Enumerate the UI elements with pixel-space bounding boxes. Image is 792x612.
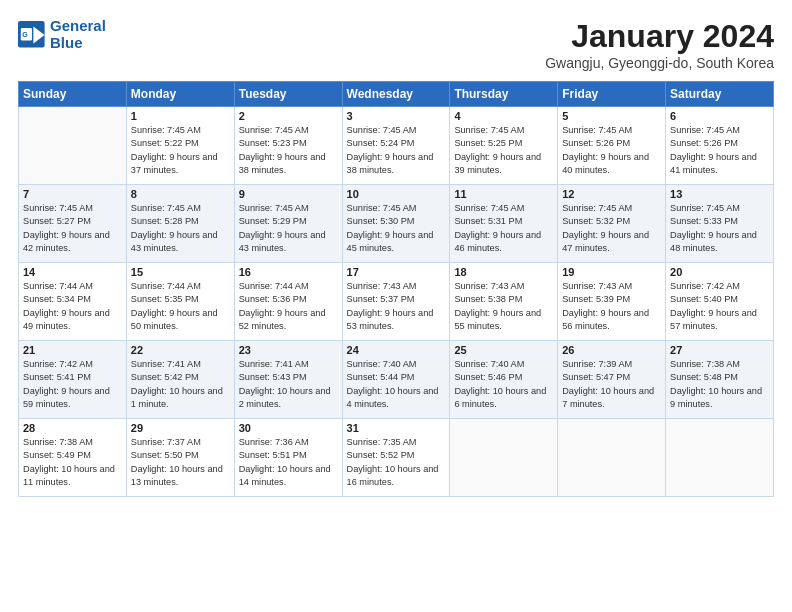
calendar-day-cell: 29Sunrise: 7:37 AM Sunset: 5:50 PM Dayli… <box>126 419 234 497</box>
day-detail: Sunrise: 7:45 AM Sunset: 5:33 PM Dayligh… <box>670 202 769 255</box>
calendar-day-cell: 1Sunrise: 7:45 AM Sunset: 5:22 PM Daylig… <box>126 107 234 185</box>
day-detail: Sunrise: 7:45 AM Sunset: 5:31 PM Dayligh… <box>454 202 553 255</box>
month-title: January 2024 <box>545 18 774 55</box>
day-number: 17 <box>347 266 446 278</box>
day-detail: Sunrise: 7:45 AM Sunset: 5:24 PM Dayligh… <box>347 124 446 177</box>
day-number: 2 <box>239 110 338 122</box>
day-detail: Sunrise: 7:42 AM Sunset: 5:40 PM Dayligh… <box>670 280 769 333</box>
day-detail: Sunrise: 7:39 AM Sunset: 5:47 PM Dayligh… <box>562 358 661 411</box>
calendar-day-cell: 10Sunrise: 7:45 AM Sunset: 5:30 PM Dayli… <box>342 185 450 263</box>
day-detail: Sunrise: 7:43 AM Sunset: 5:37 PM Dayligh… <box>347 280 446 333</box>
day-detail: Sunrise: 7:45 AM Sunset: 5:26 PM Dayligh… <box>562 124 661 177</box>
empty-day-cell <box>558 419 666 497</box>
calendar-day-cell: 15Sunrise: 7:44 AM Sunset: 5:35 PM Dayli… <box>126 263 234 341</box>
calendar-day-cell: 18Sunrise: 7:43 AM Sunset: 5:38 PM Dayli… <box>450 263 558 341</box>
day-number: 30 <box>239 422 338 434</box>
day-of-week-header: Tuesday <box>234 82 342 107</box>
day-number: 29 <box>131 422 230 434</box>
day-number: 26 <box>562 344 661 356</box>
day-detail: Sunrise: 7:45 AM Sunset: 5:28 PM Dayligh… <box>131 202 230 255</box>
day-number: 31 <box>347 422 446 434</box>
day-number: 11 <box>454 188 553 200</box>
day-detail: Sunrise: 7:42 AM Sunset: 5:41 PM Dayligh… <box>23 358 122 411</box>
day-number: 7 <box>23 188 122 200</box>
day-detail: Sunrise: 7:45 AM Sunset: 5:22 PM Dayligh… <box>131 124 230 177</box>
day-number: 28 <box>23 422 122 434</box>
day-detail: Sunrise: 7:40 AM Sunset: 5:46 PM Dayligh… <box>454 358 553 411</box>
day-detail: Sunrise: 7:45 AM Sunset: 5:30 PM Dayligh… <box>347 202 446 255</box>
day-detail: Sunrise: 7:45 AM Sunset: 5:29 PM Dayligh… <box>239 202 338 255</box>
day-detail: Sunrise: 7:38 AM Sunset: 5:49 PM Dayligh… <box>23 436 122 489</box>
day-number: 19 <box>562 266 661 278</box>
day-detail: Sunrise: 7:44 AM Sunset: 5:36 PM Dayligh… <box>239 280 338 333</box>
day-number: 24 <box>347 344 446 356</box>
empty-day-cell <box>450 419 558 497</box>
logo-text: General Blue <box>50 18 106 51</box>
calendar-day-cell: 31Sunrise: 7:35 AM Sunset: 5:52 PM Dayli… <box>342 419 450 497</box>
day-number: 20 <box>670 266 769 278</box>
location-subtitle: Gwangju, Gyeonggi-do, South Korea <box>545 55 774 71</box>
day-number: 5 <box>562 110 661 122</box>
day-number: 21 <box>23 344 122 356</box>
day-number: 15 <box>131 266 230 278</box>
calendar-day-cell: 30Sunrise: 7:36 AM Sunset: 5:51 PM Dayli… <box>234 419 342 497</box>
calendar-week-row: 1Sunrise: 7:45 AM Sunset: 5:22 PM Daylig… <box>19 107 774 185</box>
day-of-week-header: Monday <box>126 82 234 107</box>
day-number: 22 <box>131 344 230 356</box>
day-number: 27 <box>670 344 769 356</box>
day-detail: Sunrise: 7:45 AM Sunset: 5:26 PM Dayligh… <box>670 124 769 177</box>
day-number: 23 <box>239 344 338 356</box>
day-of-week-header: Saturday <box>666 82 774 107</box>
calendar-table: SundayMondayTuesdayWednesdayThursdayFrid… <box>18 81 774 497</box>
page-header: G General Blue January 2024 Gwangju, Gye… <box>18 18 774 71</box>
calendar-day-cell: 28Sunrise: 7:38 AM Sunset: 5:49 PM Dayli… <box>19 419 127 497</box>
calendar-day-cell: 14Sunrise: 7:44 AM Sunset: 5:34 PM Dayli… <box>19 263 127 341</box>
day-number: 12 <box>562 188 661 200</box>
calendar-day-cell: 23Sunrise: 7:41 AM Sunset: 5:43 PM Dayli… <box>234 341 342 419</box>
day-detail: Sunrise: 7:41 AM Sunset: 5:42 PM Dayligh… <box>131 358 230 411</box>
calendar-day-cell: 4Sunrise: 7:45 AM Sunset: 5:25 PM Daylig… <box>450 107 558 185</box>
day-detail: Sunrise: 7:45 AM Sunset: 5:32 PM Dayligh… <box>562 202 661 255</box>
day-detail: Sunrise: 7:45 AM Sunset: 5:27 PM Dayligh… <box>23 202 122 255</box>
calendar-day-cell: 26Sunrise: 7:39 AM Sunset: 5:47 PM Dayli… <box>558 341 666 419</box>
calendar-day-cell: 7Sunrise: 7:45 AM Sunset: 5:27 PM Daylig… <box>19 185 127 263</box>
day-of-week-header: Friday <box>558 82 666 107</box>
logo-icon: G <box>18 21 46 49</box>
day-number: 8 <box>131 188 230 200</box>
day-detail: Sunrise: 7:45 AM Sunset: 5:23 PM Dayligh… <box>239 124 338 177</box>
day-detail: Sunrise: 7:45 AM Sunset: 5:25 PM Dayligh… <box>454 124 553 177</box>
logo: G General Blue <box>18 18 106 51</box>
day-detail: Sunrise: 7:43 AM Sunset: 5:39 PM Dayligh… <box>562 280 661 333</box>
calendar-day-cell: 21Sunrise: 7:42 AM Sunset: 5:41 PM Dayli… <box>19 341 127 419</box>
calendar-day-cell: 16Sunrise: 7:44 AM Sunset: 5:36 PM Dayli… <box>234 263 342 341</box>
calendar-day-cell: 27Sunrise: 7:38 AM Sunset: 5:48 PM Dayli… <box>666 341 774 419</box>
day-number: 25 <box>454 344 553 356</box>
calendar-header-row: SundayMondayTuesdayWednesdayThursdayFrid… <box>19 82 774 107</box>
calendar-day-cell: 24Sunrise: 7:40 AM Sunset: 5:44 PM Dayli… <box>342 341 450 419</box>
empty-day-cell <box>19 107 127 185</box>
day-detail: Sunrise: 7:43 AM Sunset: 5:38 PM Dayligh… <box>454 280 553 333</box>
calendar-day-cell: 12Sunrise: 7:45 AM Sunset: 5:32 PM Dayli… <box>558 185 666 263</box>
day-number: 6 <box>670 110 769 122</box>
calendar-week-row: 7Sunrise: 7:45 AM Sunset: 5:27 PM Daylig… <box>19 185 774 263</box>
day-detail: Sunrise: 7:37 AM Sunset: 5:50 PM Dayligh… <box>131 436 230 489</box>
day-detail: Sunrise: 7:38 AM Sunset: 5:48 PM Dayligh… <box>670 358 769 411</box>
calendar-week-row: 21Sunrise: 7:42 AM Sunset: 5:41 PM Dayli… <box>19 341 774 419</box>
day-of-week-header: Thursday <box>450 82 558 107</box>
calendar-day-cell: 20Sunrise: 7:42 AM Sunset: 5:40 PM Dayli… <box>666 263 774 341</box>
svg-text:G: G <box>22 31 28 38</box>
empty-day-cell <box>666 419 774 497</box>
calendar-day-cell: 25Sunrise: 7:40 AM Sunset: 5:46 PM Dayli… <box>450 341 558 419</box>
calendar-day-cell: 17Sunrise: 7:43 AM Sunset: 5:37 PM Dayli… <box>342 263 450 341</box>
calendar-day-cell: 6Sunrise: 7:45 AM Sunset: 5:26 PM Daylig… <box>666 107 774 185</box>
calendar-day-cell: 9Sunrise: 7:45 AM Sunset: 5:29 PM Daylig… <box>234 185 342 263</box>
day-number: 10 <box>347 188 446 200</box>
calendar-week-row: 28Sunrise: 7:38 AM Sunset: 5:49 PM Dayli… <box>19 419 774 497</box>
day-detail: Sunrise: 7:35 AM Sunset: 5:52 PM Dayligh… <box>347 436 446 489</box>
calendar-day-cell: 5Sunrise: 7:45 AM Sunset: 5:26 PM Daylig… <box>558 107 666 185</box>
day-number: 13 <box>670 188 769 200</box>
calendar-day-cell: 2Sunrise: 7:45 AM Sunset: 5:23 PM Daylig… <box>234 107 342 185</box>
calendar-day-cell: 11Sunrise: 7:45 AM Sunset: 5:31 PM Dayli… <box>450 185 558 263</box>
calendar-week-row: 14Sunrise: 7:44 AM Sunset: 5:34 PM Dayli… <box>19 263 774 341</box>
day-number: 1 <box>131 110 230 122</box>
